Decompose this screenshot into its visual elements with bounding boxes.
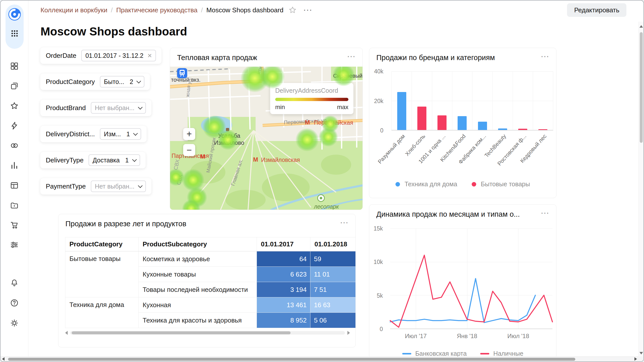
breadcrumb-separator: / [111,6,113,14]
bar[interactable] [538,129,547,130]
filter-orderdate: OrderDate 01.01.2017 - 31.12.2 × [40,47,162,64]
sidebar-icon-collections[interactable] [9,60,20,72]
line-x-tick-label: Июл '18 [507,333,529,340]
favorite-star-icon[interactable] [289,6,297,14]
table-horizontal-scrollbar[interactable] [65,331,350,335]
edit-button[interactable]: Редактировать [567,3,626,17]
bar-y-tick-label: 40k [374,68,383,75]
filter-placeholder: Нет выбран... [95,183,135,190]
scroll-left-icon[interactable] [65,331,68,335]
table-row: Техника для домаКухонная13 46116 63 [65,297,356,313]
table-header-cell: 01.01.2018 [310,237,356,251]
sidebar-icon-favorites[interactable] [9,100,20,112]
bar[interactable] [417,107,426,130]
legend-label[interactable]: Наличные [493,350,523,356]
bar-category-column: Фабрика ком... [472,71,492,130]
scroll-down-icon[interactable] [639,352,643,354]
clear-icon[interactable]: × [147,52,152,59]
map-zoom-controls: + − [183,128,195,156]
table-subcategory-cell: Техника для красоты и здоровья [139,313,257,328]
topbar: Коллекции и воркбуки / Практические руко… [28,1,638,20]
breadcrumb-current: Moscow Shops dashboard [206,6,283,14]
table-subcategory-cell: Косметика и здоровье [139,251,257,267]
vertical-scrollbar[interactable] [638,22,643,356]
filter-value: Быто... [104,78,124,85]
scrollbar-thumb[interactable] [72,331,291,334]
filter-count-badge: 2 [130,78,133,85]
table-value-cell: 64 [257,251,310,267]
productbrand-select[interactable]: Нет выбран... [91,102,146,114]
pivot-table: ProductCategoryProductSubcategory01.01.2… [65,237,355,328]
breadcrumb-guides[interactable]: Практические руководства [116,6,197,14]
bar[interactable] [437,115,447,130]
filter-value: 01.01.2017 - 31.12.2 [85,52,143,59]
table-value-cell: 11 01 [310,267,356,282]
scrollbar-track[interactable] [70,331,345,335]
widget-menu-icon[interactable]: ⋯ [541,209,550,217]
scroll-up-icon[interactable] [639,25,643,28]
scroll-right-icon[interactable] [634,357,637,361]
bar[interactable] [458,116,467,130]
bar-y-axis: 020k40k [369,71,387,130]
chevron-down-icon [138,183,142,188]
horizontal-scrollbar-thumb[interactable] [8,358,575,361]
map-canvas[interactable]: точный вкз. Сиреневый итинская ул. жная … [170,67,363,210]
sidebar-icon-datasets[interactable] [9,140,20,151]
legend-dot [395,182,400,187]
notifications-bell-icon[interactable] [9,277,20,289]
datalens-logo-icon[interactable] [8,8,21,21]
bar-category-column: Kitchen&Food [452,71,472,130]
scrollbar-corner [638,356,643,361]
map-label: точный вкз. [171,77,200,83]
sidebar-icon-dashboards[interactable] [9,179,20,191]
sidebar-icon-charts[interactable] [9,160,20,171]
line-y-tick-label: 15k [374,225,383,232]
vertical-scrollbar-thumb[interactable] [640,32,643,143]
scroll-left-icon[interactable] [2,357,5,361]
table-value-cell: 7 51 [310,282,356,297]
bar-category-column: Кедровый лес [533,71,553,130]
productcategory-select[interactable]: Быто... 2 [100,76,144,87]
widget-menu-icon[interactable]: ⋯ [347,52,356,61]
sidebar-icon-storage[interactable] [9,199,20,211]
paymenttype-select[interactable]: Нет выбран... [91,180,146,192]
bar-chart-widget: Продажи по брендам и категориям ⋯ 020k40… [369,48,556,198]
logo-pill [6,5,24,49]
breadcrumb-collections[interactable]: Коллекции и воркбуки [41,6,107,14]
legend-label[interactable]: Техника для дома [405,180,457,188]
line-series [390,279,535,323]
line-y-axis: 05k10k15k [369,229,387,329]
legend-label[interactable]: Бытовые товары [481,180,530,188]
metro-icon: М [253,156,258,163]
bar[interactable] [397,92,406,130]
scroll-right-icon[interactable] [347,331,350,335]
bar[interactable] [498,128,507,130]
breadcrumb-more-icon[interactable]: ⋯ [303,6,313,15]
horizontal-scrollbar[interactable] [1,356,643,361]
table-value-cell: 13 461 [257,297,310,313]
bar[interactable] [518,129,527,130]
sidebar-icon-marketplace[interactable] [9,219,20,231]
settings-gear-icon[interactable] [9,317,20,329]
bar-plot[interactable]: Разумный домХлеб-соль1001 и одна ...Kitc… [391,71,553,130]
sidebar-icon-services[interactable] [9,239,20,251]
legend-label[interactable]: Банковская карта [415,350,467,356]
zoom-in-button[interactable]: + [183,128,195,140]
table-header-cell: ProductSubcategory [139,237,257,251]
bar-y-tick-label: 20k [374,98,383,104]
bar-category-column: TechBeauty [492,71,512,130]
widget-menu-icon[interactable]: ⋯ [541,52,550,61]
apps-grid-icon[interactable] [9,28,20,39]
sidebar-icon-workbooks[interactable] [9,80,20,92]
widget-menu-icon[interactable]: ⋯ [340,218,349,227]
orderdate-input[interactable]: 01.01.2017 - 31.12.2 × [81,50,156,61]
deliverytype-select[interactable]: Доставка 1 [89,154,140,166]
zoom-out-button[interactable]: − [183,144,195,156]
chevron-down-icon [138,105,142,109]
deliverydistrict-select[interactable]: Изм... 1 [100,128,141,140]
help-icon[interactable] [9,297,20,309]
line-plot[interactable] [390,229,552,329]
sidebar-icon-editor[interactable] [9,120,20,131]
bar[interactable] [478,122,487,130]
line-x-tick-label: Янв '18 [457,333,477,340]
